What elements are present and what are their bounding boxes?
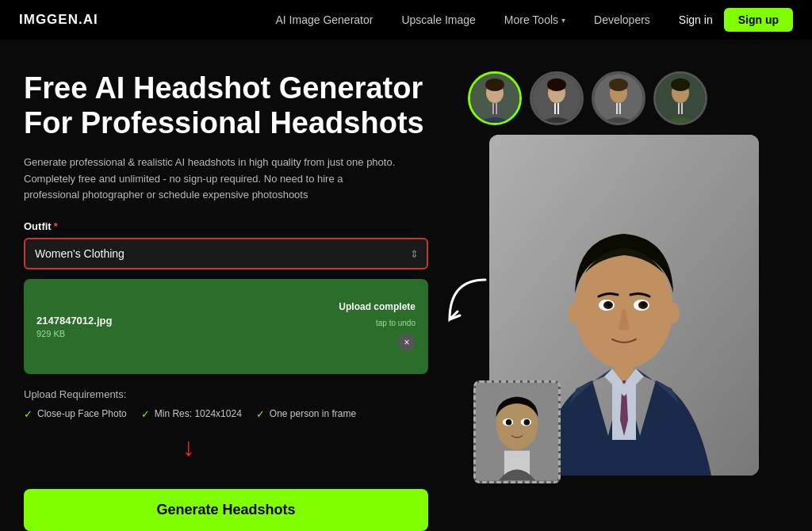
upload-close-button[interactable]: × [398,334,416,351]
page-title: Free AI Headshot Generator For Professio… [24,71,428,140]
svg-point-30 [642,302,646,307]
source-image-overlay [473,380,561,483]
outfit-select-wrapper: Women's Clothing Men's Business Suit Cas… [24,238,428,269]
upload-tap-undo: tap to undo [376,319,416,327]
thumb-face-2 [532,74,581,123]
thumb-face-1 [470,74,519,123]
check-icon-2: ✓ [141,408,150,420]
thumbnail-row [468,71,707,125]
arrow-down-icon: ↓ [182,433,195,462]
svg-point-31 [569,303,581,323]
requirements-list: ✓ Close-up Face Photo ✓ Min Res: 1024x10… [24,408,428,420]
face-svg-3 [594,74,643,123]
thumbnail-2[interactable] [530,71,584,125]
source-face [476,383,558,481]
upload-complete-text: Upload complete [339,301,416,312]
source-face-svg [476,380,558,483]
svg-point-17 [671,78,690,91]
svg-point-37 [506,419,512,426]
thumb-face-4 [656,74,705,123]
main-image-container [489,135,759,476]
svg-rect-19 [680,103,681,114]
requirements-label: Upload Requirements: [24,388,428,400]
upload-file-info: 2147847012.jpg 929 KB [36,315,112,338]
outfit-select[interactable]: Women's Clothing Men's Business Suit Cas… [24,238,428,269]
nav-ai-image-generator[interactable]: AI Image Generator [275,13,373,26]
thumbnail-4[interactable] [653,71,707,125]
page-subtitle: Generate professional & realistic AI hea… [24,155,396,202]
svg-rect-9 [556,103,557,114]
upload-filesize: 929 KB [36,329,112,338]
main-content: Free AI Headshot Generator For Professio… [0,40,812,531]
requirement-2: ✓ Min Res: 1024x1024 [141,408,242,420]
face-svg-2 [532,74,581,123]
nav-more-tools[interactable]: More Tools ▾ [504,13,565,26]
thumbnail-3[interactable] [592,71,645,125]
arrow-indicator: ↓ [24,433,428,462]
svg-point-32 [667,303,680,323]
logo: IMGGEN.AI [19,12,98,28]
nav-upscale-image[interactable]: Upscale Image [401,13,475,26]
svg-rect-14 [618,103,619,114]
sign-in-link[interactable]: Sign in [679,13,713,26]
face-svg-4 [656,74,705,123]
svg-point-38 [524,419,530,426]
right-panel [460,71,788,531]
svg-point-12 [609,78,628,91]
generate-headshots-button[interactable]: Generate Headshots [24,489,428,531]
navbar: IMGGEN.AI AI Image Generator Upscale Ima… [0,0,812,40]
requirement-1: ✓ Close-up Face Photo [24,408,127,420]
check-icon-1: ✓ [24,408,33,420]
svg-point-2 [485,78,504,91]
svg-point-7 [547,78,566,91]
thumb-face-3 [594,74,643,123]
upload-area: 2147847012.jpg 929 KB Upload complete ta… [24,279,428,374]
svg-point-29 [607,302,611,307]
nav-developers[interactable]: Developers [594,13,650,26]
thumbnail-1[interactable] [468,71,522,125]
left-panel: Free AI Headshot Generator For Professio… [24,71,428,531]
upload-status: Upload complete tap to undo × [339,301,416,351]
upload-filename: 2147847012.jpg [36,315,112,327]
outfit-field-label: Outfit* [24,220,428,232]
curved-arrow-icon [446,272,493,338]
nav-links: AI Image Generator Upscale Image More To… [275,13,649,26]
face-svg-1 [470,74,519,123]
requirement-3: ✓ One person in frame [256,408,356,420]
check-icon-3: ✓ [256,408,265,420]
sign-up-button[interactable]: Sign up [724,8,793,32]
svg-rect-4 [494,103,496,114]
chevron-down-icon: ▾ [561,16,565,25]
